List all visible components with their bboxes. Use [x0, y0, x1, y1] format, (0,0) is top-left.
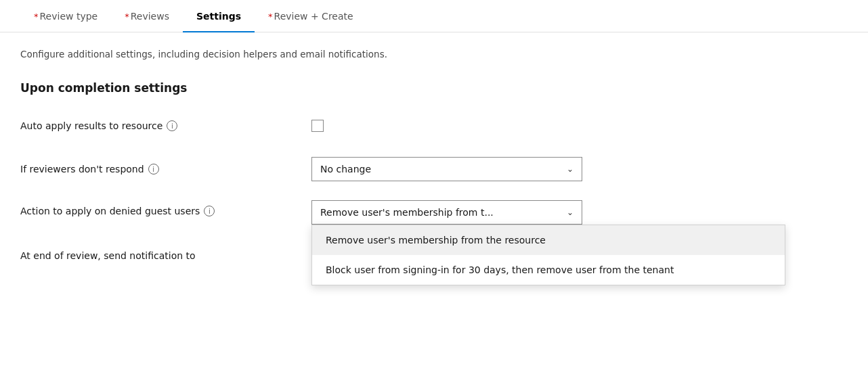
denied-guests-info-icon[interactable]: i [204, 206, 215, 216]
denied-guests-chevron-icon: ⌄ [567, 208, 573, 217]
section-title: Upon completion settings [20, 81, 848, 95]
auto-apply-row: Auto apply results to resource i [20, 114, 848, 138]
reviewers-respond-label: If reviewers don't respond i [20, 164, 311, 175]
reviewers-respond-chevron-icon: ⌄ [567, 164, 573, 174]
send-notification-label: At end of review, send notification to [20, 250, 311, 261]
denied-guests-label: Action to apply on denied guest users i [20, 200, 311, 216]
main-content: Configure additional settings, including… [0, 32, 868, 303]
denied-guests-select[interactable]: Remove user's membership from t... ⌄ [311, 200, 582, 225]
reviewers-respond-select[interactable]: No change ⌄ [311, 157, 582, 181]
required-star-review-type: * [34, 11, 39, 22]
auto-apply-label: Auto apply results to resource i [20, 120, 311, 131]
dropdown-item-remove-membership[interactable]: Remove user's membership from the resour… [312, 225, 785, 255]
denied-guests-value: Remove user's membership from t... [320, 207, 561, 218]
reviewers-respond-row: If reviewers don't respond i No change ⌄ [20, 157, 848, 181]
auto-apply-info-icon[interactable]: i [167, 120, 177, 131]
reviewers-respond-info-icon[interactable]: i [148, 164, 159, 175]
page-subtitle: Configure additional settings, including… [20, 49, 848, 60]
tab-review-type[interactable]: *Review type [20, 0, 111, 32]
tabs-bar: *Review type *Reviews Settings *Review +… [0, 0, 868, 32]
denied-guests-row: Action to apply on denied guest users i … [20, 200, 848, 225]
denied-guests-dropdown-menu: Remove user's membership from the resour… [311, 225, 785, 285]
auto-apply-checkbox-wrapper [311, 120, 324, 132]
dropdown-item-block-signin[interactable]: Block user from signing-in for 30 days, … [312, 255, 785, 285]
tab-reviews[interactable]: *Reviews [111, 0, 183, 32]
tab-settings[interactable]: Settings [183, 0, 255, 32]
denied-guests-dropdown-container: Remove user's membership from t... ⌄ Rem… [311, 200, 582, 225]
required-star-reviews: * [125, 11, 129, 22]
auto-apply-checkbox[interactable] [311, 120, 324, 132]
required-star-review-create: * [268, 11, 273, 22]
tab-review-create[interactable]: *Review + Create [255, 0, 367, 32]
reviewers-respond-value: No change [320, 164, 561, 175]
